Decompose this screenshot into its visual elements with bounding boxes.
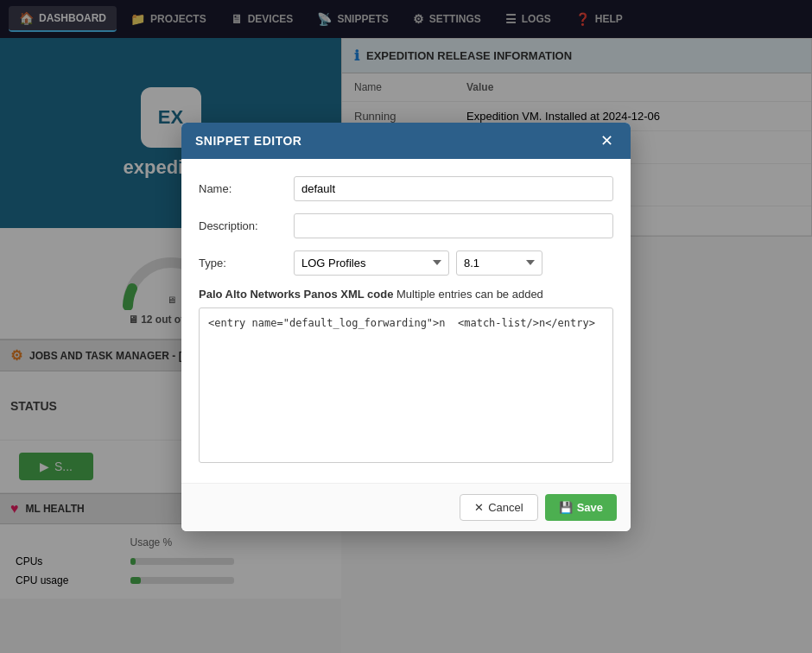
cancel-icon: ✕	[474, 501, 484, 514]
modal-close-button[interactable]: ✕	[597, 133, 617, 149]
xml-textarea[interactable]: <entry name="default_log_forwarding">n <…	[199, 307, 613, 463]
modal-body: Name: Description: Type: LOG Profiles Se…	[181, 159, 631, 483]
type-label: Type:	[199, 257, 294, 269]
cancel-button[interactable]: ✕ Cancel	[460, 494, 537, 521]
snippet-editor-modal: SNIPPET EDITOR ✕ Name: Description: Type…	[181, 123, 631, 531]
description-row: Description:	[199, 213, 613, 238]
type-select[interactable]: LOG Profiles Security Profiles Address O…	[294, 250, 449, 276]
type-row: Type: LOG Profiles Security Profiles Add…	[199, 250, 613, 276]
description-label: Description:	[199, 219, 294, 232]
save-icon: 💾	[559, 501, 573, 514]
modal-title: SNIPPET EDITOR	[195, 134, 301, 148]
modal-overlay: SNIPPET EDITOR ✕ Name: Description: Type…	[0, 0, 812, 653]
modal-footer: ✕ Cancel 💾 Save	[181, 483, 631, 531]
name-row: Name:	[199, 176, 613, 201]
xml-label: Palo Alto Networks Panos XML code Multip…	[199, 288, 613, 301]
modal-header: SNIPPET EDITOR ✕	[181, 123, 631, 159]
name-input[interactable]	[294, 176, 613, 201]
version-select[interactable]: 8.1 9.0 9.1 10.0 10.1 11.0	[456, 250, 542, 276]
save-button[interactable]: 💾 Save	[545, 494, 617, 521]
name-label: Name:	[199, 182, 294, 195]
description-input[interactable]	[294, 213, 613, 238]
type-select-wrap: LOG Profiles Security Profiles Address O…	[294, 250, 613, 276]
